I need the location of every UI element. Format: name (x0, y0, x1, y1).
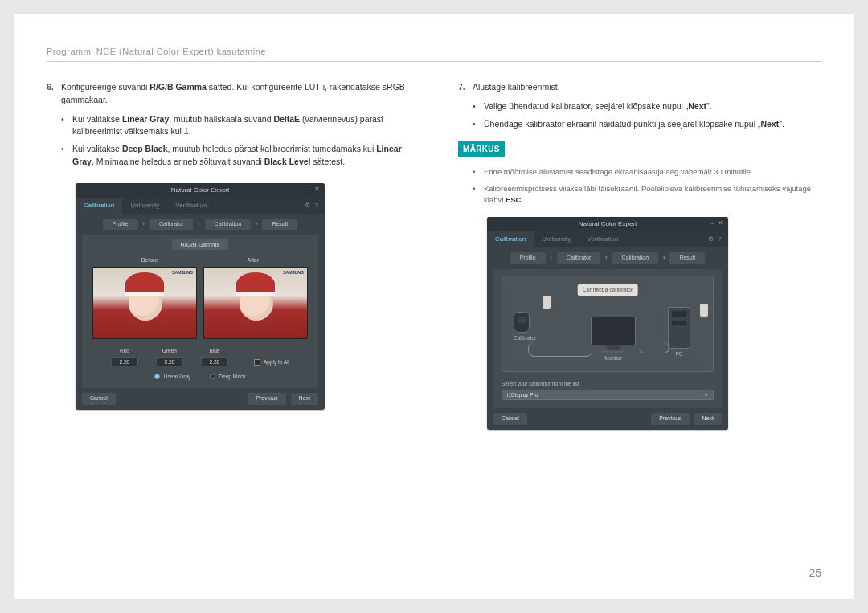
preview-before: SAMSUNG (92, 267, 197, 339)
panel-title: R/G/B Gamma (172, 239, 227, 250)
gamma-mode-radios: Linear Gray Deep Black (88, 373, 312, 381)
tab-verification[interactable]: Verification (167, 198, 215, 214)
blue-control: Blue 2.20 (201, 347, 228, 366)
step-profile[interactable]: Profile (510, 252, 546, 264)
radio-linear-gray[interactable]: Linear Gray (154, 373, 190, 381)
step-6-bullets: Kui valitakse Linear Gray, muutub hallsk… (61, 113, 410, 169)
app-titlebar: Natural Color Expert – ✕ (76, 183, 325, 198)
bullet-item: Kui valitakse Deep Black, muutub heledus… (61, 143, 410, 169)
note-badge: MÄRKUS (458, 141, 505, 157)
pc-tower-icon (668, 307, 690, 349)
step-result[interactable]: Result (669, 252, 705, 264)
monitor-icon (591, 317, 636, 345)
screenshot-connect-calibrator: Natural Color Expert – ✕ Calibration Uni… (487, 217, 728, 430)
tab-uniformity[interactable]: Uniformity (122, 198, 167, 214)
red-control: Red 2.20 (111, 347, 138, 366)
note-item: Kalibreerimisprotsess viiakse läbi täise… (473, 183, 821, 206)
next-button[interactable]: Next (694, 413, 722, 425)
previous-button[interactable]: Previous (248, 393, 285, 405)
step-calibration[interactable]: Calibration (612, 252, 658, 264)
step-number: 7. (458, 81, 473, 94)
bullet-item: Ühendage kalibraator ekraanil näidatud p… (473, 118, 821, 131)
step-profile[interactable]: Profile (103, 219, 138, 231)
preview-images: SAMSUNG SAMSUNG (88, 267, 312, 339)
green-control: Green 2.20 (156, 347, 183, 366)
radio-deep-black[interactable]: Deep Black (210, 373, 245, 381)
header-rule (47, 61, 821, 62)
wizard-steps: Profile› Calibrator› Calibration› Result (487, 247, 728, 269)
cable-icon (639, 342, 669, 353)
monitor-device: Monitor (591, 317, 636, 362)
tab-calibration[interactable]: Calibration (76, 198, 122, 214)
help-icon[interactable]: ? (719, 235, 722, 244)
chevron-down-icon: ▾ (705, 391, 708, 400)
before-label: Before (141, 256, 158, 265)
usb-plug-icon (700, 304, 708, 317)
checkbox-icon (254, 359, 260, 366)
next-button[interactable]: Next (291, 393, 318, 405)
note-bullets: Enne mõõtmise alustamist seadistage ekra… (473, 166, 821, 206)
green-value[interactable]: 2.20 (156, 357, 183, 366)
tab-verification[interactable]: Verification (579, 231, 626, 247)
gamma-panel: R/G/B Gamma Before After SAMSUNG SAMSUNG… (82, 235, 318, 388)
apply-all-checkbox[interactable]: Apply to All (254, 358, 289, 366)
step-calibrator[interactable]: Calibrator (557, 252, 600, 264)
step-text: Konfigureerige suvandi R/G/B Gamma sätte… (61, 81, 410, 107)
tab-uniformity[interactable]: Uniformity (534, 231, 579, 247)
left-column: 6. Konfigureerige suvandi R/G/B Gamma sä… (47, 81, 410, 430)
wizard-steps: Profile› Calibrator› Calibration› Result (76, 214, 325, 235)
document-page: Programmi NCE (Natural Color Expert) kas… (14, 14, 854, 599)
two-column-layout: 6. Konfigureerige suvandi R/G/B Gamma sä… (47, 81, 821, 430)
connect-hint: Connect a calibrator (578, 284, 638, 296)
cancel-button[interactable]: Cancel (82, 393, 116, 405)
step-text: Alustage kalibreerimist. (473, 81, 821, 94)
tab-calibration[interactable]: Calibration (487, 231, 534, 247)
select-label: Select your calibrator from the list (502, 380, 714, 388)
bullet-item: Valige ühendatud kalibraator, seejärel k… (473, 100, 821, 113)
radio-on-icon (154, 374, 160, 379)
rgb-controls: Red 2.20 Green 2.20 Blue 2.20 (88, 347, 312, 366)
preview-after: SAMSUNG (203, 267, 308, 339)
step-calibration[interactable]: Calibration (205, 219, 251, 231)
connection-diagram: Connect a calibrator Calibrator Monitor (502, 276, 714, 372)
cable-icon (528, 342, 592, 357)
connect-panel: Connect a calibrator Calibrator Monitor (493, 269, 722, 409)
window-controls[interactable]: – ✕ (710, 219, 723, 228)
calibrator-select[interactable]: i1Display Pro ▾ (502, 390, 714, 400)
radio-off-icon (210, 374, 215, 379)
main-tabs: Calibration Uniformity Verification ⚙ ? (76, 198, 325, 214)
red-value[interactable]: 2.20 (111, 357, 138, 366)
gear-icon[interactable]: ⚙ (305, 201, 310, 210)
step-calibrator[interactable]: Calibrator (149, 219, 193, 231)
calibrator-icon (514, 312, 530, 333)
calibrator-device: Calibrator (514, 312, 536, 342)
window-controls[interactable]: – ✕ (307, 185, 320, 194)
bullet-item: Kui valitakse Linear Gray, muutub hallsk… (61, 113, 410, 139)
step-number: 6. (47, 81, 61, 107)
note-item: Enne mõõtmise alustamist seadistage ekra… (473, 166, 821, 178)
screenshot-rgb-gamma: Natural Color Expert – ✕ Calibration Uni… (76, 183, 325, 410)
main-tabs: Calibration Uniformity Verification ⚙ ? (487, 231, 728, 247)
step-result[interactable]: Result (262, 219, 297, 231)
step-7: 7. Alustage kalibreerimist. (458, 81, 821, 94)
help-icon[interactable]: ? (315, 201, 318, 210)
pc-device: PC (668, 307, 690, 358)
cancel-button[interactable]: Cancel (493, 413, 527, 425)
page-number: 25 (809, 566, 821, 579)
wizard-footer: Cancel Previous Next (76, 388, 325, 410)
page-header: Programmi NCE (Natural Color Expert) kas… (47, 47, 821, 56)
blue-value[interactable]: 2.20 (201, 357, 228, 366)
step-6: 6. Konfigureerige suvandi R/G/B Gamma sä… (47, 81, 410, 107)
gear-icon[interactable]: ⚙ (708, 235, 714, 244)
right-column: 7. Alustage kalibreerimist. Valige ühend… (458, 81, 821, 430)
step-7-bullets: Valige ühendatud kalibraator, seejärel k… (473, 100, 821, 131)
app-titlebar: Natural Color Expert – ✕ (487, 217, 728, 231)
wizard-footer: Cancel Previous Next (487, 408, 728, 430)
after-label: After (248, 256, 260, 265)
usb-plug-icon (542, 296, 551, 309)
previous-button[interactable]: Previous (651, 413, 689, 425)
